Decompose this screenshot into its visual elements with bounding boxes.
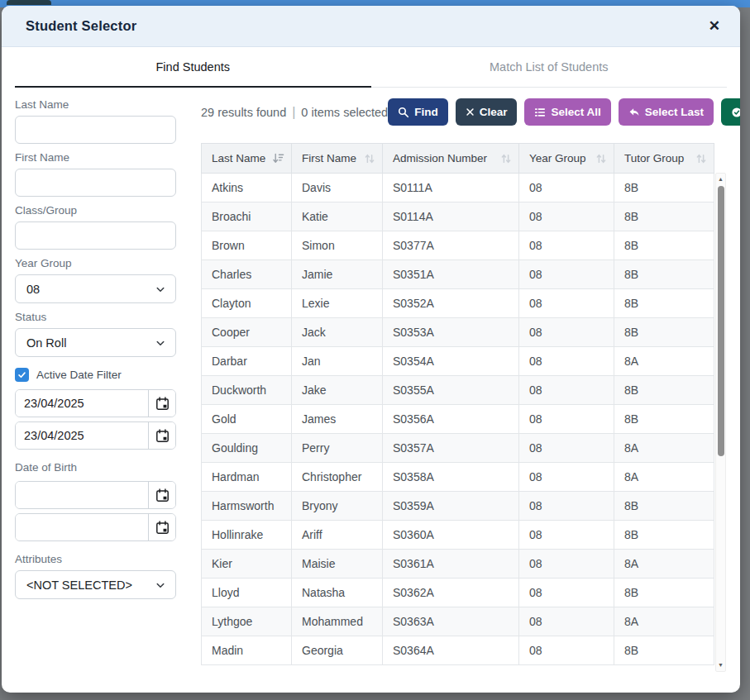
table-row[interactable]: GoldJamesS0356A088B	[202, 405, 714, 434]
year-group-value: 08	[26, 283, 40, 296]
column-header-first-name[interactable]: First Name	[292, 144, 383, 174]
class-group-input[interactable]	[15, 221, 176, 250]
scroll-down-icon[interactable]: ▼	[716, 661, 725, 669]
column-header-year-group[interactable]: Year Group	[519, 144, 614, 174]
tab-match-list[interactable]: Match List of Students	[371, 60, 728, 88]
table-cell: Jan	[292, 347, 383, 376]
dob-from-input[interactable]	[16, 482, 148, 508]
table-cell: 08	[519, 492, 614, 521]
calendar-icon[interactable]	[148, 422, 175, 449]
table-row[interactable]: HollinrakeAriffS0360A088B	[202, 521, 714, 550]
table-cell: Jamie	[292, 260, 383, 289]
table-cell: 8B	[614, 318, 714, 347]
sort-icon[interactable]	[364, 153, 375, 164]
table-row[interactable]: ClaytonLexieS0352A088B	[202, 289, 714, 318]
last-name-input[interactable]	[15, 116, 176, 144]
active-date-to-input[interactable]	[16, 422, 148, 449]
column-header-admission-number[interactable]: Admission Number	[383, 144, 519, 174]
table-cell: Perry	[292, 434, 383, 463]
calendar-icon[interactable]	[148, 482, 175, 508]
find-button[interactable]: Find	[388, 98, 448, 126]
table-cell: 8B	[614, 376, 714, 405]
table-cell: Ariff	[292, 521, 383, 550]
table-cell: 08	[519, 521, 614, 550]
table-row[interactable]: DarbarJanS0354A088A	[202, 347, 714, 376]
sort-icon[interactable]	[500, 153, 512, 164]
table-row[interactable]: MadinGeorgiaS0364A088B	[202, 636, 714, 665]
status-label: Status	[15, 311, 176, 323]
results-area: 29 results found|0 items selected Find C…	[201, 98, 740, 672]
table-cell: James	[292, 405, 383, 434]
sort-icon[interactable]	[595, 153, 607, 164]
close-icon[interactable]: ✕	[704, 16, 725, 36]
table-row[interactable]: DuckworthJakeS0355A088B	[202, 376, 714, 405]
table-cell: 08	[519, 550, 614, 579]
calendar-icon[interactable]	[148, 514, 175, 540]
active-date-to-field	[15, 421, 176, 450]
table-row[interactable]: LythgoeMohammedS0363A088A	[202, 607, 714, 636]
table-cell: Hardman	[202, 463, 292, 492]
active-date-filter-label: Active Date Filter	[36, 369, 122, 381]
column-header-last-name[interactable]: Last Name	[202, 144, 292, 174]
table-cell: Madin	[202, 636, 292, 665]
table-row[interactable]: BrownSimonS0377A088B	[202, 231, 714, 260]
attributes-select[interactable]: <NOT SELECTED>	[15, 570, 176, 599]
table-cell: Clayton	[202, 289, 292, 318]
chevron-down-icon	[155, 284, 165, 294]
browser-tab	[7, 0, 51, 5]
table-cell: 08	[519, 318, 614, 347]
table-cell: S0111A	[383, 174, 519, 202]
table-cell: 8B	[614, 636, 714, 665]
table-cell: Cooper	[202, 318, 292, 347]
table-cell: Harmsworth	[202, 492, 292, 521]
select-all-button[interactable]: Select All	[524, 98, 610, 126]
table-cell: Georgia	[292, 636, 383, 665]
active-date-from-input[interactable]	[16, 390, 148, 417]
table-row[interactable]: GouldingPerryS0357A088A	[202, 434, 714, 463]
attributes-value: <NOT SELECTED>	[26, 579, 132, 592]
table-cell: 8B	[614, 492, 714, 521]
active-date-filter-checkbox[interactable]	[15, 368, 29, 382]
sort-asc-icon[interactable]	[272, 152, 284, 164]
table-cell: 8A	[614, 607, 714, 636]
table-row[interactable]: BroachiKatieS0114A088B	[202, 202, 714, 231]
table-cell: S0352A	[383, 289, 519, 318]
status-select[interactable]: On Roll	[15, 328, 176, 357]
table-cell: Lloyd	[202, 579, 292, 607]
done-button[interactable]: Done	[721, 98, 740, 126]
table-cell: 08	[519, 260, 614, 289]
table-header-row: Last NameFirst NameAdmission NumberYear …	[202, 144, 714, 174]
table-cell: Christopher	[292, 463, 383, 492]
table-scrollbar[interactable]: ▲ ▼	[715, 173, 726, 672]
clear-button[interactable]: Clear	[456, 98, 518, 126]
table-cell: Broachi	[202, 202, 292, 231]
results-table: Last NameFirst NameAdmission NumberYear …	[201, 143, 714, 665]
dob-to-input[interactable]	[16, 514, 148, 540]
table-row[interactable]: LloydNatashaS0362A088B	[202, 579, 714, 607]
table-cell: S0355A	[383, 376, 519, 405]
select-last-button[interactable]: Select Last	[619, 98, 714, 126]
last-name-label: Last Name	[15, 98, 176, 111]
separator: |	[292, 105, 295, 119]
first-name-input[interactable]	[15, 169, 176, 197]
filter-panel: Last Name First Name Class/Group Year Gr…	[15, 98, 176, 672]
table-row[interactable]: HarmsworthBryonyS0359A088B	[202, 492, 714, 521]
sort-icon[interactable]	[695, 153, 707, 164]
scroll-up-icon[interactable]: ▲	[716, 175, 725, 183]
scrollbar-thumb[interactable]	[718, 186, 724, 456]
table-cell: S0114A	[383, 202, 519, 231]
chevron-down-icon	[155, 580, 165, 590]
year-group-select[interactable]: 08	[15, 274, 176, 303]
table-cell: Lythgoe	[202, 607, 292, 636]
modal-header: Student Selector ✕	[2, 6, 740, 47]
table-row[interactable]: CharlesJamieS0351A088B	[202, 260, 714, 289]
table-row[interactable]: KierMaisieS0361A088A	[202, 550, 714, 579]
table-cell: Jake	[292, 376, 383, 405]
column-header-tutor-group[interactable]: Tutor Group	[614, 144, 714, 174]
table-row[interactable]: HardmanChristopherS0358A088A	[202, 463, 714, 492]
table-row[interactable]: CooperJackS0353A088B	[202, 318, 714, 347]
table-row[interactable]: AtkinsDavisS0111A088B	[202, 174, 714, 202]
tab-find-students[interactable]: Find Students	[15, 60, 371, 88]
calendar-icon[interactable]	[148, 390, 175, 417]
table-cell: Brown	[202, 231, 292, 260]
